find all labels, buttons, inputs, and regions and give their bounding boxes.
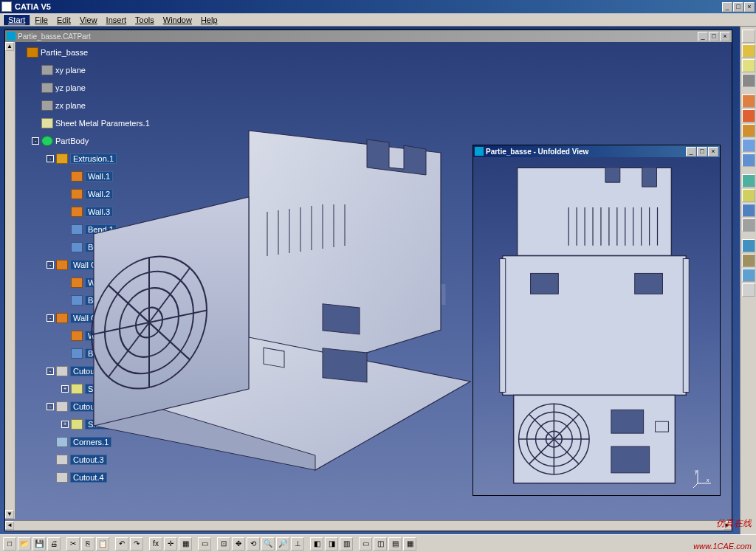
cutout-icon — [56, 472, 68, 483]
tree-toggle[interactable]: - — [47, 403, 54, 410]
walledge-icon — [56, 260, 68, 270]
tool-3d[interactable] — [742, 30, 755, 43]
tool-be[interactable] — [742, 139, 755, 152]
walledge-icon — [56, 313, 68, 323]
tool-p3[interactable] — [742, 204, 755, 217]
app-icon — [1, 1, 12, 12]
app-titlebar: CATIA V5 _ □ × — [0, 0, 756, 13]
cutout-icon — [56, 455, 68, 465]
tool-pn[interactable] — [742, 269, 755, 282]
toolbar-v2[interactable]: ◨ — [325, 537, 338, 551]
tool-p4[interactable] — [742, 218, 755, 232]
toolbar-ax[interactable]: ✛ — [164, 537, 177, 551]
toolbar-cut[interactable]: ✂ — [66, 537, 80, 551]
part-icon — [27, 47, 38, 58]
toolbar-zin[interactable]: 🔍 — [261, 537, 275, 551]
axis-triad: xy — [692, 467, 714, 489]
toolbar-v3[interactable]: ▥ — [340, 537, 353, 551]
unfold-maximize-button[interactable]: □ — [697, 147, 707, 156]
unfold-viewport[interactable]: xy — [473, 157, 720, 495]
toolbar-redo[interactable]: ↷ — [130, 537, 143, 551]
menu-edit[interactable]: Edit — [52, 15, 75, 25]
tool-sk[interactable] — [742, 59, 755, 72]
unfolded-part-view[interactable] — [473, 157, 720, 495]
toolbar-pan[interactable]: ✥ — [232, 537, 245, 551]
tree-toggle[interactable]: + — [61, 385, 69, 393]
tool-wl2[interactable] — [742, 109, 755, 123]
svg-rect-34 — [683, 259, 689, 393]
toolbar-rot[interactable]: ⟲ — [247, 537, 260, 551]
unfold-icon — [475, 147, 484, 156]
tool-p2[interactable] — [742, 189, 755, 202]
menu-insert[interactable]: Insert — [102, 15, 131, 25]
toolbar-v1[interactable]: ◧ — [310, 537, 323, 551]
svg-rect-33 — [500, 259, 506, 393]
toolbar-save[interactable]: 💾 — [32, 537, 46, 551]
tool-cu[interactable] — [742, 254, 755, 267]
doc-close-button[interactable]: × — [720, 32, 730, 41]
menubar: Start File Edit View Insert Tools Window… — [0, 13, 756, 27]
tree-toggle[interactable]: - — [47, 155, 54, 162]
part-3d-view[interactable] — [79, 101, 485, 485]
tree-toggle[interactable]: + — [61, 421, 69, 428]
document-titlebar[interactable]: Partie_basse.CATPart _ □ × — [5, 30, 732, 42]
scrollbar-horizontal[interactable]: ◄ ► — [5, 520, 732, 531]
toolbar-fit[interactable]: ⊡ — [217, 537, 230, 551]
document-title: Partie_basse.CATPart — [18, 32, 698, 41]
tool-wl[interactable] — [742, 94, 755, 108]
toolbar-pr[interactable]: ▭ — [198, 537, 211, 551]
menu-window[interactable]: Window — [159, 15, 196, 25]
menu-file[interactable]: File — [30, 15, 52, 25]
body-icon — [41, 136, 53, 146]
toolbar-zout[interactable]: 🔎 — [276, 537, 289, 551]
tree-label: yz plane — [55, 83, 86, 92]
menu-tools[interactable]: Tools — [131, 15, 159, 25]
tool-be2[interactable] — [742, 153, 755, 167]
toolbar-new[interactable]: □ — [3, 537, 16, 551]
unfold-titlebar[interactable]: Partie_basse - Unfolded View _ □ × — [473, 145, 720, 157]
doc-minimize-button[interactable]: _ — [698, 32, 708, 41]
extrude-icon — [56, 153, 68, 164]
menu-start[interactable]: Start — [3, 14, 30, 26]
toolbar-c1[interactable]: ▭ — [359, 537, 372, 551]
scrollbar-vertical[interactable]: ▲ ▼ — [5, 42, 16, 519]
tool-sv[interactable] — [742, 283, 755, 297]
svg-rect-35 — [531, 273, 559, 294]
toolbar-paste[interactable]: 📋 — [96, 537, 109, 551]
toolbar-c3[interactable]: ▤ — [388, 537, 402, 551]
tool-cur[interactable] — [742, 44, 755, 58]
unfold-minimize-button[interactable]: _ — [686, 147, 696, 156]
toolbar-grid[interactable]: ▦ — [179, 537, 192, 551]
unfold-close-button[interactable]: × — [708, 147, 718, 156]
tree-item-xy-plane[interactable]: xy plane — [17, 61, 194, 79]
close-button[interactable]: × — [744, 2, 755, 12]
tree-toggle[interactable]: - — [32, 137, 39, 145]
toolbar-undo[interactable]: ↶ — [115, 537, 128, 551]
svg-line-51 — [693, 483, 698, 488]
tool-p1[interactable] — [742, 174, 755, 187]
tree-toggle[interactable]: - — [47, 261, 54, 269]
tree-toggle[interactable]: - — [47, 314, 54, 322]
menu-help[interactable]: Help — [196, 15, 222, 25]
svg-text:y: y — [695, 469, 698, 475]
toolbar-prn[interactable]: 🖨 — [47, 537, 61, 551]
tool-xx[interactable] — [742, 74, 755, 87]
toolbar-fx[interactable]: fx — [149, 537, 162, 551]
toolbar-c4[interactable]: ▦ — [403, 537, 416, 551]
tool-wl3[interactable] — [742, 124, 755, 137]
svg-rect-47 — [611, 446, 650, 473]
toolbar-c2[interactable]: ◫ — [374, 537, 387, 551]
maximize-button[interactable]: □ — [733, 2, 743, 12]
svg-rect-16 — [323, 304, 360, 334]
param-icon — [41, 118, 53, 128]
menu-view[interactable]: View — [75, 15, 102, 25]
tree-item-partie-basse[interactable]: Partie_basse — [17, 44, 194, 61]
tree-toggle[interactable]: - — [47, 368, 54, 375]
tree-item-yz-plane[interactable]: yz plane — [17, 79, 194, 97]
minimize-button[interactable]: _ — [722, 2, 732, 12]
toolbar-open[interactable]: 📂 — [18, 537, 31, 551]
tool-cv[interactable] — [742, 239, 755, 252]
toolbar-copy[interactable]: ⎘ — [81, 537, 94, 551]
toolbar-nrm[interactable]: ⊥ — [291, 537, 304, 551]
doc-maximize-button[interactable]: □ — [709, 32, 719, 41]
